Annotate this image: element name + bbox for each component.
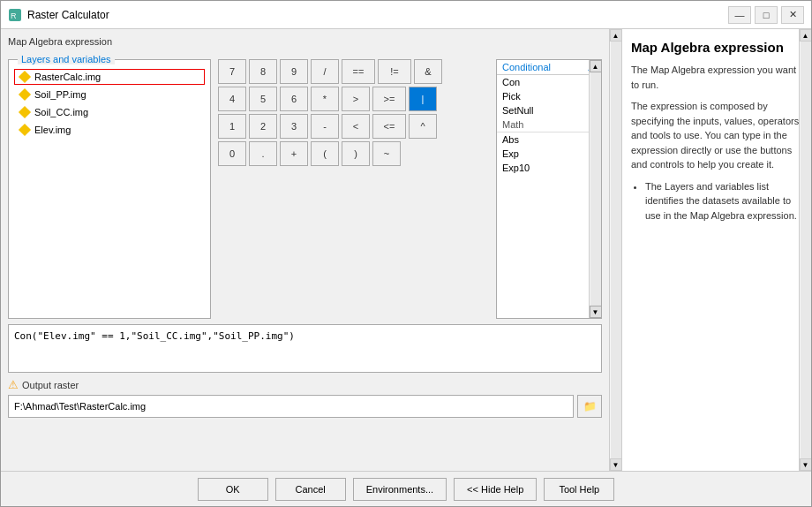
section-label: Map Algebra expression	[8, 36, 602, 47]
btn-neq[interactable]: !=	[378, 59, 411, 84]
btn-caret[interactable]: ^	[409, 114, 437, 139]
right-scrollbar: ▲ ▼	[799, 29, 811, 471]
btn-eq[interactable]: ==	[342, 59, 375, 84]
svg-text:R: R	[11, 11, 17, 20]
functions-conditional-header: Conditional ▲	[497, 60, 601, 75]
btn-pipe[interactable]: |	[409, 87, 437, 111]
functions-list: Conditional ▲ Con Pick SetNull Math Abs …	[496, 59, 602, 319]
function-abs[interactable]: Abs	[497, 132, 601, 147]
layer-item-elev[interactable]: Elev.img	[14, 122, 205, 138]
layer-diamond-icon	[19, 106, 31, 118]
output-section: ⚠ Output raster 📁	[8, 378, 602, 418]
btn-lt[interactable]: <	[342, 114, 370, 139]
help-list: The Layers and variables list identifies…	[631, 179, 802, 223]
window-title: Raster Calculator	[27, 9, 723, 21]
function-exp10[interactable]: Exp10	[497, 161, 601, 175]
left-scroll-down[interactable]: ▼	[610, 458, 622, 471]
window-controls: — □ ✕	[728, 6, 804, 24]
left-scroll-up[interactable]: ▲	[610, 29, 622, 42]
btn-plus[interactable]: +	[280, 141, 308, 166]
function-pick[interactable]: Pick	[497, 89, 601, 103]
function-exp[interactable]: Exp	[497, 147, 601, 161]
btn-rparen[interactable]: )	[342, 141, 370, 166]
tool-help-button[interactable]: Tool Help	[544, 478, 614, 501]
btn-2[interactable]: 2	[249, 114, 277, 139]
function-con[interactable]: Con	[497, 75, 601, 89]
scroll-up-btn[interactable]: ▲	[590, 60, 602, 72]
layer-item-soilpp[interactable]: Soil_PP.img	[14, 87, 205, 102]
btn-minus[interactable]: -	[311, 114, 339, 139]
environments-button[interactable]: Environments...	[353, 478, 447, 501]
btn-4[interactable]: 4	[218, 87, 246, 111]
left-scrollbar: ▲ ▼	[609, 29, 621, 471]
minimize-button[interactable]: —	[728, 6, 751, 24]
right-scroll-down[interactable]: ▼	[800, 458, 812, 471]
expression-input[interactable]: Con("Elev.img" == 1,"Soil_CC.img","Soil_…	[8, 324, 602, 373]
title-bar: R Raster Calculator — □ ✕	[1, 1, 811, 29]
btn-0[interactable]: 0	[218, 141, 246, 166]
folder-icon: 📁	[583, 400, 597, 412]
output-label-text: Output raster	[22, 380, 79, 390]
btn-5[interactable]: 5	[249, 87, 277, 111]
btn-7[interactable]: 7	[218, 59, 246, 84]
raster-calculator-window: R Raster Calculator — □ ✕ Map Algebra ex…	[0, 0, 812, 507]
main-content: Map Algebra expression Layers and variab…	[1, 29, 811, 471]
btn-row-1: 7 8 9 / == != &	[218, 59, 489, 84]
btn-dot[interactable]: .	[249, 141, 277, 166]
scroll-down-btn[interactable]: ▼	[590, 306, 602, 318]
btn-row-3: 1 2 3 - < <= ^	[218, 114, 489, 139]
conditional-label: Conditional	[502, 62, 551, 72]
help-paragraph2: The expression is composed by specifying…	[631, 99, 802, 172]
output-path-input[interactable]	[8, 395, 574, 418]
layer-name: Elev.img	[34, 125, 71, 135]
help-panel: Map Algebra expression The Map Algebra e…	[621, 29, 811, 471]
btn-tilde[interactable]: ~	[372, 141, 401, 166]
scroll-track	[590, 72, 601, 306]
output-input-row: 📁	[8, 395, 602, 418]
btn-amp[interactable]: &	[414, 59, 442, 84]
help-bullet1: The Layers and variables list identifies…	[645, 179, 802, 223]
layers-list: RasterCalc.img Soil_PP.img Soil_CC.img	[9, 60, 210, 143]
help-title: Map Algebra expression	[631, 40, 802, 56]
left-panel: Map Algebra expression Layers and variab…	[1, 29, 609, 471]
btn-9[interactable]: 9	[280, 59, 308, 84]
layers-legend: Layers and variables	[18, 54, 115, 64]
buttons-grid: 7 8 9 / == != & 4 5 6	[218, 59, 489, 166]
top-row: Layers and variables RasterCalc.img Soil…	[8, 54, 602, 319]
layers-box: Layers and variables RasterCalc.img Soil…	[8, 59, 211, 319]
right-scroll-up[interactable]: ▲	[800, 29, 812, 42]
help-paragraph1: The Map Algebra expression you want to r…	[631, 63, 802, 92]
layer-name: Soil_PP.img	[34, 89, 86, 100]
layer-item-soilcc[interactable]: Soil_CC.img	[14, 104, 205, 120]
expression-text: Con("Elev.img" == 1,"Soil_CC.img","Soil_…	[14, 330, 295, 342]
maximize-button[interactable]: □	[755, 6, 778, 24]
btn-lte[interactable]: <=	[372, 114, 406, 139]
btn-gt[interactable]: >	[342, 87, 370, 111]
btn-6[interactable]: 6	[280, 87, 308, 111]
left-scroll-track	[611, 42, 621, 458]
layer-diamond-icon	[19, 124, 31, 136]
btn-lparen[interactable]: (	[311, 141, 339, 166]
layer-item-rastercalc[interactable]: RasterCalc.img	[14, 69, 205, 85]
btn-gte[interactable]: >=	[372, 87, 406, 111]
layer-diamond-icon	[19, 71, 31, 83]
functions-scrollbar: ▲ ▼	[589, 60, 601, 318]
ok-button[interactable]: OK	[198, 478, 268, 501]
btn-1[interactable]: 1	[218, 114, 246, 139]
btn-row-2: 4 5 6 * > >= |	[218, 87, 489, 111]
btn-8[interactable]: 8	[249, 59, 277, 84]
btn-3[interactable]: 3	[280, 114, 308, 139]
close-button[interactable]: ✕	[781, 6, 804, 24]
layer-name: Soil_CC.img	[34, 107, 88, 117]
app-icon: R	[8, 8, 22, 22]
right-scroll-track	[801, 42, 811, 458]
bottom-bar: OK Cancel Environments... << Hide Help T…	[1, 471, 811, 506]
btn-multiply[interactable]: *	[311, 87, 339, 111]
folder-browse-button[interactable]: 📁	[577, 395, 602, 418]
layer-name: RasterCalc.img	[34, 72, 101, 82]
hide-help-button[interactable]: << Hide Help	[454, 478, 537, 501]
cancel-button[interactable]: Cancel	[275, 478, 346, 501]
btn-divide[interactable]: /	[311, 59, 339, 84]
warning-icon: ⚠	[8, 378, 19, 391]
function-setnull[interactable]: SetNull	[497, 103, 601, 117]
